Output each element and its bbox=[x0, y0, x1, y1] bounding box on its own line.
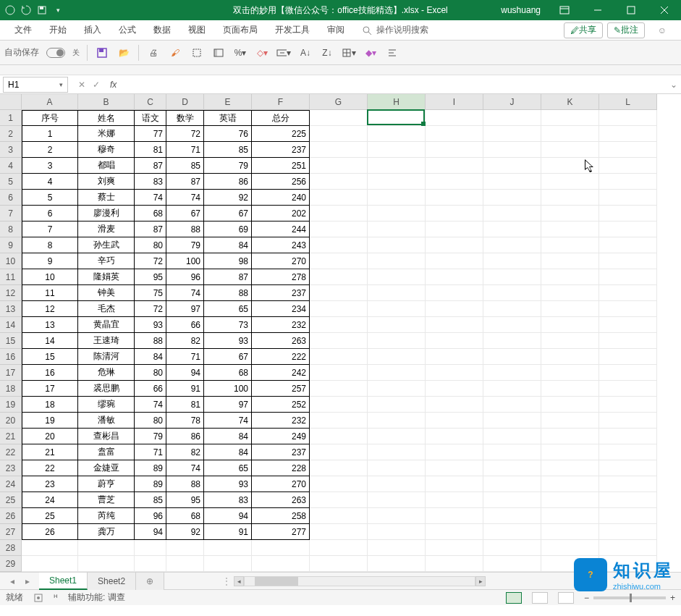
row-header[interactable]: 4 bbox=[0, 158, 22, 174]
column-header[interactable]: D bbox=[166, 94, 204, 110]
row-header[interactable]: 24 bbox=[0, 476, 22, 492]
empty-cell[interactable] bbox=[78, 556, 135, 572]
table-cell[interactable]: 78 bbox=[166, 413, 204, 429]
table-cell[interactable]: 84 bbox=[204, 237, 252, 253]
empty-cell[interactable] bbox=[310, 349, 368, 365]
page-layout-view-button[interactable] bbox=[532, 592, 548, 604]
column-header[interactable]: E bbox=[204, 94, 252, 110]
select-all-triangle[interactable] bbox=[0, 94, 22, 110]
normal-view-button[interactable] bbox=[506, 592, 522, 604]
table-cell[interactable]: 79 bbox=[166, 237, 204, 253]
table-header-cell[interactable]: 语文 bbox=[135, 110, 166, 126]
table-cell[interactable]: 89 bbox=[135, 476, 166, 492]
empty-cell[interactable] bbox=[483, 492, 541, 508]
column-header[interactable]: I bbox=[426, 94, 483, 110]
table-cell[interactable]: 14 bbox=[22, 333, 78, 349]
table-cell[interactable]: 10 bbox=[22, 269, 78, 285]
empty-cell[interactable] bbox=[426, 285, 483, 301]
empty-cell[interactable] bbox=[483, 110, 541, 126]
row-header[interactable]: 6 bbox=[0, 190, 22, 206]
table-cell[interactable]: 95 bbox=[135, 269, 166, 285]
table-cell[interactable]: 67 bbox=[166, 206, 204, 221]
empty-cell[interactable] bbox=[599, 333, 657, 349]
empty-cell[interactable] bbox=[541, 174, 599, 190]
table-cell[interactable]: 100 bbox=[204, 381, 252, 397]
empty-cell[interactable] bbox=[541, 444, 599, 460]
empty-cell[interactable] bbox=[483, 221, 541, 237]
empty-cell[interactable] bbox=[78, 540, 135, 556]
empty-cell[interactable] bbox=[368, 126, 426, 142]
table-cell[interactable]: 263 bbox=[252, 492, 310, 508]
empty-cell[interactable] bbox=[368, 365, 426, 381]
empty-cell[interactable] bbox=[310, 253, 368, 269]
table-cell[interactable]: 蔡士 bbox=[78, 190, 135, 206]
table-cell[interactable]: 86 bbox=[204, 174, 252, 190]
column-header[interactable]: C bbox=[135, 94, 166, 110]
table-cell[interactable]: 74 bbox=[166, 460, 204, 476]
row-header[interactable]: 11 bbox=[0, 269, 22, 285]
open-icon[interactable]: 📂 bbox=[117, 46, 131, 60]
table-cell[interactable]: 廖漫利 bbox=[78, 206, 135, 221]
table-cell[interactable]: 75 bbox=[135, 285, 166, 301]
new-sheet-button[interactable]: ⊕ bbox=[136, 573, 164, 590]
table-cell[interactable]: 龚万 bbox=[78, 524, 135, 540]
table-cell[interactable]: 80 bbox=[135, 237, 166, 253]
column-header[interactable]: J bbox=[483, 94, 541, 110]
table-cell[interactable]: 80 bbox=[135, 413, 166, 429]
empty-cell[interactable] bbox=[310, 556, 368, 572]
table-header-cell[interactable]: 序号 bbox=[22, 110, 78, 126]
table-cell[interactable]: 65 bbox=[204, 460, 252, 476]
table-cell[interactable]: 92 bbox=[204, 190, 252, 206]
table-cell[interactable]: 82 bbox=[166, 333, 204, 349]
empty-cell[interactable] bbox=[310, 126, 368, 142]
table-cell[interactable]: 93 bbox=[135, 317, 166, 333]
row-header[interactable]: 28 bbox=[0, 540, 22, 556]
empty-cell[interactable] bbox=[541, 158, 599, 174]
empty-cell[interactable] bbox=[541, 429, 599, 444]
empty-cell[interactable] bbox=[310, 110, 368, 126]
save-icon[interactable] bbox=[36, 4, 48, 16]
empty-cell[interactable] bbox=[310, 540, 368, 556]
empty-cell[interactable] bbox=[599, 317, 657, 333]
column-header[interactable]: G bbox=[310, 94, 368, 110]
empty-cell[interactable] bbox=[541, 365, 599, 381]
share-button[interactable]: 🖉 共享 bbox=[564, 22, 603, 38]
empty-cell[interactable] bbox=[599, 221, 657, 237]
empty-cell[interactable] bbox=[541, 190, 599, 206]
table-cell[interactable]: 81 bbox=[166, 397, 204, 413]
table-cell[interactable]: 17 bbox=[22, 381, 78, 397]
empty-cell[interactable] bbox=[599, 365, 657, 381]
empty-cell[interactable] bbox=[599, 349, 657, 365]
empty-cell[interactable] bbox=[599, 190, 657, 206]
print-icon[interactable]: 🖨 bbox=[146, 46, 161, 60]
table-cell[interactable]: 251 bbox=[252, 158, 310, 174]
clear-icon[interactable]: ◇▾ bbox=[255, 46, 269, 60]
tell-me-search[interactable]: 操作说明搜索 bbox=[353, 20, 437, 41]
table-cell[interactable]: 74 bbox=[166, 190, 204, 206]
empty-cell[interactable] bbox=[426, 174, 483, 190]
table-cell[interactable]: 270 bbox=[252, 253, 310, 269]
empty-cell[interactable] bbox=[426, 221, 483, 237]
table-cell[interactable]: 97 bbox=[166, 301, 204, 317]
row-header[interactable]: 16 bbox=[0, 349, 22, 365]
table-cell[interactable]: 94 bbox=[166, 365, 204, 381]
table-cell[interactable]: 225 bbox=[252, 126, 310, 142]
table-cell[interactable]: 77 bbox=[135, 126, 166, 142]
table-cell[interactable]: 滑麦 bbox=[78, 221, 135, 237]
empty-cell[interactable] bbox=[368, 237, 426, 253]
row-header[interactable]: 19 bbox=[0, 397, 22, 413]
empty-cell[interactable] bbox=[483, 317, 541, 333]
empty-cell[interactable] bbox=[368, 269, 426, 285]
empty-cell[interactable] bbox=[599, 285, 657, 301]
table-cell[interactable]: 88 bbox=[135, 333, 166, 349]
empty-cell[interactable] bbox=[426, 397, 483, 413]
empty-cell[interactable] bbox=[368, 333, 426, 349]
empty-cell[interactable] bbox=[483, 540, 541, 556]
empty-cell[interactable] bbox=[599, 110, 657, 126]
table-cell[interactable]: 98 bbox=[204, 253, 252, 269]
empty-cell[interactable] bbox=[368, 253, 426, 269]
table-cell[interactable]: 9 bbox=[22, 253, 78, 269]
name-box[interactable]: H1 ▾ bbox=[3, 77, 68, 93]
table-cell[interactable]: 裘思鹏 bbox=[78, 381, 135, 397]
empty-cell[interactable] bbox=[135, 540, 166, 556]
